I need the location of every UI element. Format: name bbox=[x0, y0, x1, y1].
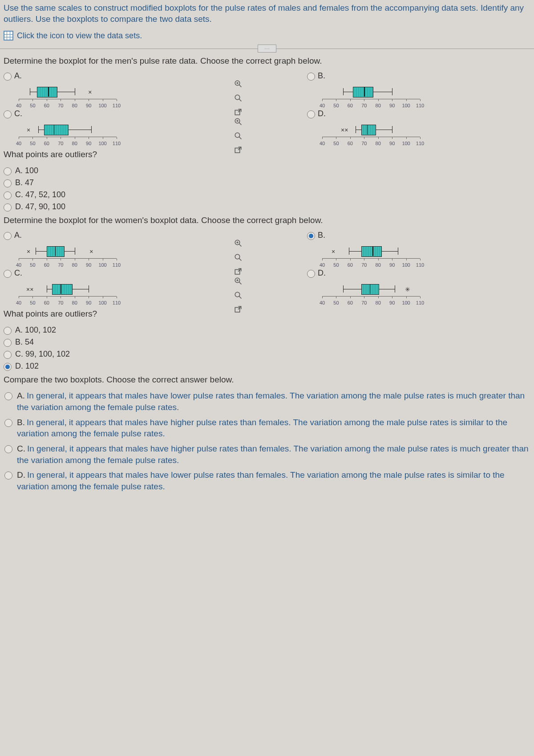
radio-out1-D[interactable] bbox=[4, 203, 12, 211]
radio-compare-B[interactable] bbox=[4, 419, 12, 427]
radio-out1-B[interactable] bbox=[4, 179, 12, 187]
instructions-text: Use the same scales to construct modifie… bbox=[0, 0, 534, 27]
outliers2-text: What points are outliers? bbox=[0, 305, 534, 321]
compare-C: In general, it appears that males have h… bbox=[17, 444, 529, 465]
popout-icon[interactable] bbox=[233, 145, 243, 155]
radio-compare-C[interactable] bbox=[4, 445, 12, 453]
radio-compare-A[interactable] bbox=[4, 392, 12, 400]
svg-point-52 bbox=[235, 293, 240, 297]
q1-label-A: A. bbox=[14, 71, 22, 81]
out1-C: C. 47, 52, 100 bbox=[15, 190, 65, 199]
q2-label-A: A. bbox=[14, 231, 22, 240]
boxplot-women-B: 405060708090100110× bbox=[322, 240, 420, 267]
q2-text: Determine the boxplot for the women's bo… bbox=[0, 215, 534, 229]
boxplot-women-A: 405060708090100110×× bbox=[19, 240, 117, 267]
boxplot-men-C: 405060708090100110× bbox=[19, 118, 117, 145]
compare-letter-A: A. bbox=[17, 391, 25, 400]
boxplot-men-B: 405060708090100110 bbox=[322, 81, 420, 107]
q1-label-C: C. bbox=[14, 109, 22, 118]
boxplot-men-A: 405060708090100110× bbox=[19, 81, 117, 107]
svg-line-1 bbox=[239, 85, 241, 87]
radio-out1-C[interactable] bbox=[4, 191, 12, 199]
radio-compare-D[interactable] bbox=[4, 471, 12, 480]
compare-D: In general, it appears that males have l… bbox=[17, 470, 505, 491]
boxplot-women-D: 405060708090100110✳ bbox=[322, 278, 420, 305]
compare-letter-C: C. bbox=[17, 444, 25, 453]
svg-line-49 bbox=[239, 282, 241, 285]
out2-B: B. 54 bbox=[15, 337, 34, 347]
svg-line-5 bbox=[239, 99, 241, 102]
svg-point-20 bbox=[235, 133, 240, 138]
svg-line-17 bbox=[239, 123, 241, 125]
compare-letter-D: D. bbox=[17, 470, 25, 480]
compare-A: In general, it appears that males have l… bbox=[17, 391, 525, 412]
view-datasets-label: Click the icon to view the data sets. bbox=[17, 31, 142, 41]
boxplot-men-D: 405060708090100110×× bbox=[322, 118, 420, 145]
svg-line-33 bbox=[239, 244, 241, 247]
radio-out2-D[interactable] bbox=[4, 363, 12, 371]
radio-out2-B[interactable] bbox=[4, 339, 12, 347]
q1-label-D: D. bbox=[318, 109, 326, 118]
popout-icon[interactable] bbox=[233, 107, 243, 117]
svg-line-37 bbox=[239, 259, 241, 261]
zoom-icon[interactable] bbox=[233, 290, 243, 300]
radio-out1-A[interactable] bbox=[4, 167, 12, 175]
popout-icon[interactable] bbox=[233, 305, 243, 314]
out2-D: D. 102 bbox=[15, 362, 39, 371]
q2-label-D: D. bbox=[318, 268, 326, 278]
svg-point-36 bbox=[235, 255, 240, 260]
q2-label-C: C. bbox=[14, 268, 22, 278]
radio-out2-C[interactable] bbox=[4, 351, 12, 359]
zoom-in-icon[interactable] bbox=[233, 79, 243, 89]
out1-A: A. 100 bbox=[15, 166, 38, 175]
compare-B: In general, it appears that males have h… bbox=[17, 418, 507, 439]
zoom-icon[interactable] bbox=[233, 93, 243, 103]
popout-icon[interactable] bbox=[233, 267, 243, 276]
compare-letter-B: B. bbox=[17, 418, 25, 427]
radio-q1-B[interactable] bbox=[307, 73, 315, 81]
boxplot-women-C: 405060708090100110×× bbox=[19, 278, 117, 305]
radio-q2-C[interactable] bbox=[4, 270, 12, 278]
q2-label-B: B. bbox=[318, 231, 325, 240]
view-datasets-link[interactable]: Click the icon to view the data sets. bbox=[0, 27, 534, 47]
section-divider: ····· bbox=[0, 49, 534, 49]
out2-A: A. 100, 102 bbox=[15, 325, 56, 335]
svg-point-4 bbox=[235, 95, 240, 100]
q1-label-B: B. bbox=[318, 71, 325, 81]
radio-q1-A[interactable] bbox=[4, 73, 12, 81]
outliers1-text: What points are outliers? bbox=[0, 145, 534, 162]
zoom-in-icon[interactable] bbox=[233, 276, 243, 286]
radio-q1-D[interactable] bbox=[307, 110, 315, 118]
zoom-in-icon[interactable] bbox=[233, 117, 243, 126]
out1-D: D. 47, 90, 100 bbox=[15, 202, 65, 211]
svg-line-53 bbox=[239, 297, 241, 299]
svg-line-21 bbox=[239, 137, 241, 139]
radio-out2-A[interactable] bbox=[4, 327, 12, 335]
zoom-icon[interactable] bbox=[233, 131, 243, 141]
out2-C: C. 99, 100, 102 bbox=[15, 350, 70, 359]
radio-q1-C[interactable] bbox=[4, 110, 12, 118]
radio-q2-A[interactable] bbox=[4, 232, 12, 240]
zoom-icon[interactable] bbox=[233, 252, 243, 262]
table-icon bbox=[4, 31, 13, 41]
q1-text: Determine the boxplot for the men's puls… bbox=[0, 55, 534, 69]
radio-q2-B[interactable] bbox=[307, 232, 315, 240]
radio-q2-D[interactable] bbox=[307, 270, 315, 278]
out1-B: B. 47 bbox=[15, 178, 34, 187]
compare-text: Compare the two boxplots. Choose the cor… bbox=[0, 374, 534, 388]
zoom-in-icon[interactable] bbox=[233, 238, 243, 248]
